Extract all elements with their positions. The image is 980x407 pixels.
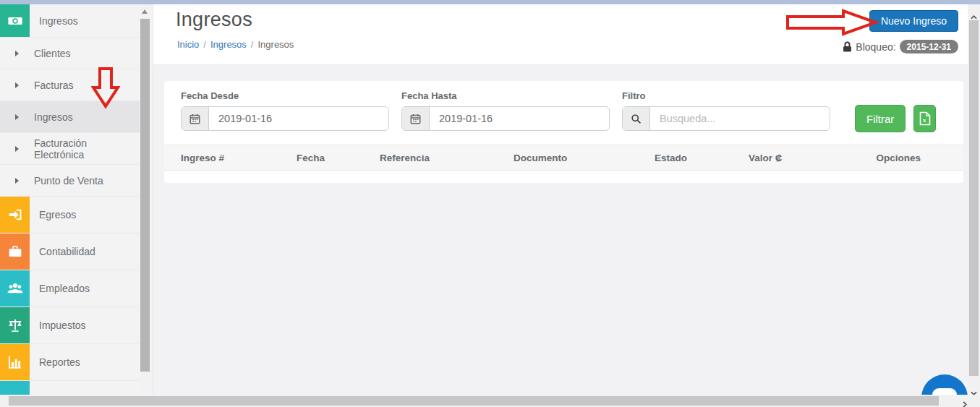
bar-chart-icon xyxy=(0,344,30,380)
sidebar: Ingresos Clientes Facturas Ingresos Fact… xyxy=(0,4,153,395)
calendar-icon xyxy=(182,107,209,130)
box-icon xyxy=(0,381,30,395)
sidebar-item-label: Facturas xyxy=(34,80,73,91)
fecha-hasta-field: Fecha Hasta xyxy=(401,90,610,131)
sidebar-item-facturas[interactable]: Facturas xyxy=(0,69,140,100)
sidebar-item-reportes[interactable]: Reportes xyxy=(0,343,140,380)
filtro-field: Filtro xyxy=(622,90,830,131)
fecha-desde-field: Fecha Desde xyxy=(181,90,389,131)
sidebar-item-ingresos-module[interactable]: Ingresos xyxy=(0,4,140,37)
lock-status: Bloqueo: 2015-12-31 xyxy=(843,40,958,53)
column-header-estado[interactable]: Estado xyxy=(655,153,749,163)
content-area: Fecha Desde Fecha Hasta xyxy=(153,65,968,395)
sidebar-item-label: Reportes xyxy=(39,356,80,368)
column-header-ingreso[interactable]: Ingreso # xyxy=(181,153,297,163)
lock-icon xyxy=(843,41,852,52)
sidebar-item-label: Ingresos xyxy=(39,15,78,27)
sidebar-item-label: Empleados xyxy=(39,283,90,294)
sidebar-item-impuestos[interactable]: Impuestos xyxy=(0,307,140,343)
ingresos-panel: Fecha Desde Fecha Hasta xyxy=(164,81,963,183)
sidebar-item-punto-de-venta[interactable]: Punto de Venta xyxy=(0,164,140,196)
horizontal-scrollbar[interactable] xyxy=(0,395,980,407)
breadcrumb-separator: / xyxy=(251,39,254,50)
fecha-hasta-input[interactable] xyxy=(430,107,609,130)
sidebar-item-label: Egresos xyxy=(39,209,76,220)
svg-text:x: x xyxy=(923,116,926,124)
lock-label: Bloqueo: xyxy=(856,41,895,53)
page-header: Ingresos Inicio/Ingresos/Ingresos Nuevo … xyxy=(153,4,968,65)
users-icon xyxy=(0,270,30,307)
horizontal-scrollbar-thumb[interactable] xyxy=(9,396,939,406)
briefcase-icon xyxy=(0,234,30,270)
breadcrumb: Inicio/Ingresos/Ingresos xyxy=(177,39,294,50)
sidebar-item-contabilidad[interactable]: Contabilidad xyxy=(0,233,140,270)
caret-right-icon xyxy=(15,114,19,120)
sidebar-item-label: Clientes xyxy=(34,48,71,59)
sidebar-scrollbar-thumb[interactable] xyxy=(140,19,150,372)
breadcrumb-separator: / xyxy=(203,39,206,50)
fecha-desde-label: Fecha Desde xyxy=(181,90,389,101)
sidebar-item-ingresos[interactable]: Ingresos xyxy=(0,100,140,132)
calendar-icon xyxy=(402,107,430,130)
breadcrumb-link-inicio[interactable]: Inicio xyxy=(177,39,199,50)
sidebar-item-egresos[interactable]: Egresos xyxy=(0,196,140,233)
caret-right-icon xyxy=(15,146,19,152)
breadcrumb-link-ingresos[interactable]: Ingresos xyxy=(210,39,247,50)
caret-right-icon xyxy=(15,82,19,88)
sidebar-item-clientes[interactable]: Clientes xyxy=(0,37,140,69)
export-excel-button[interactable]: x xyxy=(913,105,936,132)
sidebar-item-label: Impuestos xyxy=(39,320,86,331)
column-header-referencia[interactable]: Referencia xyxy=(380,153,514,163)
nuevo-ingreso-button[interactable]: Nuevo Ingreso xyxy=(869,10,958,32)
filter-bar: Fecha Desde Fecha Hasta xyxy=(164,81,963,131)
sign-in-icon xyxy=(0,197,30,233)
vertical-scrollbar-thumb[interactable] xyxy=(969,20,979,376)
scroll-up-arrow-icon[interactable] xyxy=(142,9,148,14)
vertical-scrollbar[interactable] xyxy=(968,4,980,395)
sidebar-item-facturacion-electronica[interactable]: Facturación Electrónica xyxy=(0,132,140,164)
filtrar-button[interactable]: Filtrar xyxy=(855,105,906,132)
scroll-right-arrow-icon[interactable] xyxy=(963,398,967,407)
column-header-opciones: Opciones xyxy=(835,153,921,163)
caret-right-icon xyxy=(15,51,19,56)
column-header-fecha[interactable]: Fecha xyxy=(297,153,380,163)
sidebar-item-label: Contabilidad xyxy=(39,246,95,257)
search-icon xyxy=(623,107,650,130)
money-icon xyxy=(0,4,30,37)
fecha-desde-input[interactable] xyxy=(209,107,388,130)
breadcrumb-current: Ingresos xyxy=(257,39,294,50)
sidebar-item-label: Facturación Electrónica xyxy=(34,137,140,160)
excel-file-icon: x xyxy=(919,111,931,126)
caret-right-icon xyxy=(15,178,19,184)
scale-icon xyxy=(0,307,30,343)
filtro-label: Filtro xyxy=(622,90,830,101)
sidebar-item-label: Ingresos xyxy=(34,111,73,123)
sidebar-menu: Ingresos Clientes Facturas Ingresos Fact… xyxy=(0,4,140,395)
lock-date-badge: 2015-12-31 xyxy=(900,40,958,53)
column-header-valor[interactable]: Valor ₡ xyxy=(749,153,835,163)
app-window: Ingresos Clientes Facturas Ingresos Fact… xyxy=(0,0,980,407)
sidebar-scrollbar[interactable] xyxy=(140,4,150,395)
sidebar-item-label: Punto de Venta xyxy=(34,175,103,187)
page-title: Ingresos xyxy=(176,9,252,31)
sidebar-item-inventarios[interactable]: Inventarios xyxy=(0,380,140,395)
column-header-documento[interactable]: Documento xyxy=(514,153,655,163)
table-header-row: Ingreso # Fecha Referencia Documento Est… xyxy=(164,145,963,171)
fecha-hasta-label: Fecha Hasta xyxy=(401,90,610,101)
sidebar-item-empleados[interactable]: Empleados xyxy=(0,270,140,307)
search-input[interactable] xyxy=(650,107,830,130)
